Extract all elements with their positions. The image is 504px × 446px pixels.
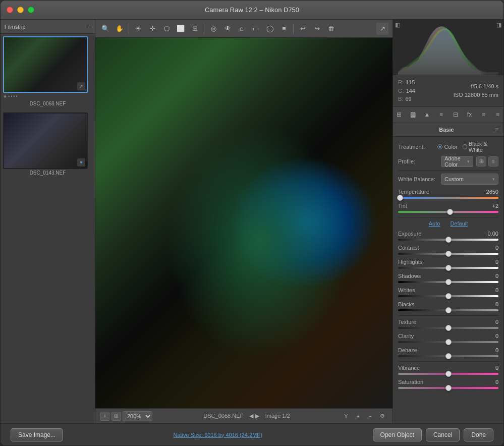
red-eye-tool[interactable]: 👁	[221, 23, 234, 35]
dehaze-track[interactable]	[398, 355, 498, 357]
window-controls	[7, 7, 34, 13]
settings-icon-btn[interactable]: ⚙	[377, 411, 387, 421]
profile-list-btn[interactable]: ≡	[488, 156, 498, 166]
highlights-thumb[interactable]	[445, 265, 452, 271]
contrast-thumb[interactable]	[445, 251, 452, 257]
radial-filter-tool[interactable]: ◯	[264, 23, 276, 35]
profile-select[interactable]: Adobe Color ▾	[441, 156, 473, 167]
zoom-tool[interactable]: 🔍	[99, 23, 111, 35]
main-area: Filmstrip ≡ ↗ ★ • • • •	[1, 20, 503, 423]
panel-icon-calib[interactable]: ≡	[492, 109, 503, 120]
clarity-thumb[interactable]	[445, 339, 452, 345]
panel-icon-basic[interactable]: ▤	[408, 109, 419, 120]
default-link[interactable]: Default	[450, 220, 468, 227]
blacks-thumb[interactable]	[445, 307, 452, 313]
blacks-track[interactable]	[398, 309, 498, 311]
filmstrip-header: Filmstrip ≡	[1, 20, 95, 34]
graduated-filter-tool[interactable]: ▭	[250, 23, 262, 35]
tool-separator-2	[204, 24, 204, 34]
copy-settings-btn[interactable]: ↗	[376, 23, 388, 35]
saturation-thumb[interactable]	[445, 385, 452, 391]
profile-grid-btn[interactable]: ⊞	[476, 156, 486, 166]
contrast-track[interactable]	[398, 253, 498, 255]
add-view-btn[interactable]: +	[100, 412, 109, 421]
b-value: 69	[405, 95, 411, 103]
film-thumb-2[interactable]: ♥	[3, 113, 88, 169]
dehaze-thumb[interactable]	[445, 353, 452, 359]
divider-4	[398, 361, 498, 362]
histogram-shadow-icon[interactable]: ◧	[395, 22, 400, 28]
panel-collapse-btn[interactable]: ≡	[495, 126, 498, 133]
color-sampler-tool[interactable]: ✛	[146, 23, 158, 35]
whites-thumb[interactable]	[445, 293, 452, 299]
maximize-button[interactable]	[28, 7, 34, 13]
shadows-thumb[interactable]	[445, 279, 452, 285]
vibrance-track[interactable]	[398, 373, 498, 375]
highlights-track[interactable]	[398, 267, 498, 269]
shadows-slider-row: Shadows 0	[398, 273, 498, 283]
tint-track[interactable]	[398, 211, 498, 213]
transform-tool[interactable]: ⊞	[189, 23, 201, 35]
saturation-track[interactable]	[398, 387, 498, 389]
list-tool[interactable]: ≡	[278, 23, 290, 35]
clarity-track[interactable]	[398, 341, 498, 343]
panel-icon-detail[interactable]: ⊟	[450, 109, 461, 120]
temperature-thumb[interactable]	[397, 195, 403, 201]
profile-label: Profile:	[398, 158, 441, 164]
rotate-ccw-tool[interactable]: ↩	[297, 23, 309, 35]
exposure-thumb[interactable]	[445, 237, 452, 243]
radio-bw-label: Black & White	[469, 141, 498, 153]
crop-tool[interactable]: ⬡	[160, 23, 173, 35]
texture-thumb[interactable]	[445, 325, 452, 331]
native-size-link[interactable]: Native Size: 6016 by 4016 (24.2MP)	[173, 432, 262, 438]
zoom-out-btn[interactable]: −	[365, 411, 375, 421]
rotate-cw-tool[interactable]: ↪	[311, 23, 323, 35]
trash-tool[interactable]: 🗑	[325, 23, 337, 35]
filmstrip-item-2[interactable]: ♥ DSC_0143.NEF	[3, 113, 92, 178]
histogram-icon-btn[interactable]: Y	[341, 411, 351, 421]
b-label: B:	[398, 95, 403, 103]
wb-select[interactable]: Custom ▾	[441, 174, 498, 185]
exposure-track[interactable]	[398, 239, 498, 241]
tint-thumb[interactable]	[447, 209, 453, 215]
cancel-button[interactable]: Cancel	[426, 428, 460, 441]
hand-tool[interactable]: ✋	[114, 23, 126, 35]
white-balance-tool[interactable]: ☀	[132, 23, 144, 35]
status-nav-next[interactable]: ▶	[255, 413, 259, 419]
panel-icon-lens[interactable]: ≡	[478, 109, 489, 120]
shadows-track[interactable]	[398, 281, 498, 283]
vibrance-thumb[interactable]	[445, 371, 452, 377]
profile-row: Profile: Adobe Color ▾ ⊞ ≡	[398, 156, 498, 167]
straighten-tool[interactable]: ⬜	[175, 23, 187, 35]
radio-color[interactable]: Color	[437, 144, 457, 150]
done-button[interactable]: Done	[464, 428, 493, 441]
save-image-button[interactable]: Save Image...	[11, 428, 63, 441]
filmstrip-menu-icon[interactable]: ≡	[88, 24, 91, 30]
panel-icon-curves[interactable]: ≡	[436, 109, 447, 120]
panel-icon-mountain[interactable]: ▲	[422, 109, 433, 120]
texture-slider-row: Texture 0	[398, 319, 498, 329]
panel-icon-fx[interactable]: fx	[464, 109, 475, 120]
status-nav-prev[interactable]: ◀	[249, 413, 253, 419]
whites-track[interactable]	[398, 295, 498, 297]
settings-view-btn[interactable]: ⊞	[111, 412, 121, 421]
histogram-highlight-icon[interactable]: ◨	[496, 22, 501, 28]
panel-icon-histogram[interactable]: ⊞	[394, 109, 405, 120]
zoom-select[interactable]: 200% 100% 50% Fit	[123, 411, 152, 421]
minimize-button[interactable]	[17, 7, 24, 13]
radio-color-circle	[437, 144, 442, 149]
texture-track[interactable]	[398, 327, 498, 329]
adjustment-brush-tool[interactable]: ⌂	[236, 23, 248, 35]
radio-bw[interactable]: Black & White	[463, 141, 498, 153]
open-object-button[interactable]: Open Object	[373, 428, 422, 441]
filmstrip-item-1[interactable]: ↗ ★ • • • • DSC_0068.NEF	[3, 36, 92, 108]
zoom-in-btn[interactable]: +	[353, 411, 363, 421]
auto-link[interactable]: Auto	[429, 220, 440, 227]
temperature-track[interactable]	[398, 197, 498, 199]
close-button[interactable]	[7, 7, 13, 13]
film-thumb-1[interactable]: ↗	[3, 36, 88, 93]
profile-value: Adobe Color	[444, 155, 467, 168]
tint-slider-row: Tint +2	[398, 203, 498, 213]
contrast-header: Contrast 0	[398, 245, 498, 251]
spot-removal-tool[interactable]: ◎	[207, 23, 219, 35]
